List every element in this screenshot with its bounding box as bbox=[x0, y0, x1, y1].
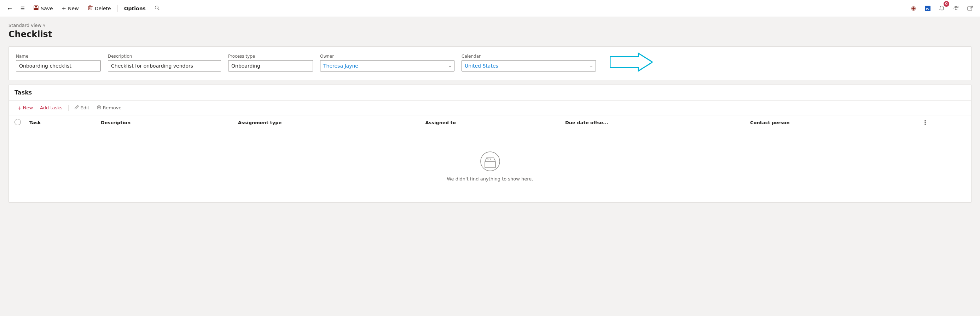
main-toolbar: ← ☰ Save + New Delete Options bbox=[0, 0, 980, 17]
empty-state-text: We didn't find anything to show here. bbox=[447, 176, 533, 182]
toolbar-divider bbox=[118, 5, 118, 12]
svg-rect-3 bbox=[88, 7, 92, 10]
back-button[interactable]: ← bbox=[4, 4, 16, 13]
main-content: Standard view ∨ Checklist Name Descripti… bbox=[0, 17, 980, 208]
owner-field-group: Owner Theresa Jayne ⌄ bbox=[320, 54, 455, 72]
description-field-group: Description bbox=[108, 54, 221, 72]
tasks-section: Tasks + New Add tasks Edit bbox=[8, 85, 972, 203]
description-input[interactable] bbox=[108, 60, 221, 72]
tasks-new-plus-icon: + bbox=[18, 105, 22, 111]
menu-button[interactable]: ☰ bbox=[17, 4, 29, 13]
calendar-field-group: Calendar United States ⌄ bbox=[461, 54, 596, 72]
name-field-group: Name bbox=[16, 54, 101, 72]
owner-label: Owner bbox=[320, 54, 455, 59]
options-button[interactable]: Options bbox=[121, 4, 149, 13]
toolbar-right: W 0 bbox=[908, 3, 976, 14]
svg-marker-10 bbox=[610, 53, 652, 71]
svg-rect-13 bbox=[485, 161, 495, 168]
page-title: Checklist bbox=[8, 29, 972, 39]
description-column-header: Description bbox=[97, 115, 234, 130]
delete-button[interactable]: Delete bbox=[84, 3, 115, 13]
refresh-button[interactable] bbox=[950, 3, 962, 14]
word-icon-button[interactable]: W bbox=[922, 3, 933, 14]
menu-icon: ☰ bbox=[21, 6, 25, 11]
breadcrumb-chevron-icon: ∨ bbox=[43, 23, 45, 27]
process-type-field-group: Process type bbox=[228, 54, 313, 72]
assigned-to-column-header: Assigned to bbox=[421, 115, 561, 130]
owner-select[interactable]: Theresa Jayne bbox=[320, 60, 455, 72]
checkbox-header bbox=[9, 115, 25, 130]
calendar-select-wrapper: United States ⌄ bbox=[461, 60, 596, 72]
tasks-table-body: We didn't find anything to show here. bbox=[9, 130, 971, 203]
new-button[interactable]: + New bbox=[58, 3, 83, 13]
save-button[interactable]: Save bbox=[30, 3, 56, 13]
calendar-label: Calendar bbox=[461, 54, 596, 59]
process-type-label: Process type bbox=[228, 54, 313, 59]
empty-state: We didn't find anything to show here. bbox=[13, 134, 967, 198]
name-label: Name bbox=[16, 54, 101, 59]
tasks-toolbar-separator bbox=[68, 105, 68, 111]
search-button[interactable] bbox=[151, 3, 163, 13]
tasks-add-button[interactable]: Add tasks bbox=[37, 104, 65, 112]
empty-state-cell: We didn't find anything to show here. bbox=[9, 130, 971, 203]
save-icon bbox=[33, 5, 39, 12]
breadcrumb: Standard view ∨ bbox=[8, 22, 972, 28]
notification-count: 0 bbox=[943, 1, 949, 7]
diamond-icon-button[interactable] bbox=[908, 3, 919, 14]
due-date-column-header: Due date offse... bbox=[561, 115, 746, 130]
new-icon: + bbox=[62, 5, 66, 12]
svg-rect-11 bbox=[97, 106, 101, 109]
tasks-toolbar: + New Add tasks Edit bbox=[9, 101, 971, 115]
search-icon bbox=[154, 5, 160, 12]
process-type-input[interactable] bbox=[228, 60, 313, 72]
arrow-annotation bbox=[610, 52, 652, 74]
svg-text:W: W bbox=[926, 7, 929, 11]
tasks-table-header: Task Description Assignment type Assigne… bbox=[9, 115, 971, 130]
svg-rect-1 bbox=[35, 6, 37, 8]
tasks-edit-button[interactable]: Edit bbox=[72, 103, 92, 112]
task-column-header: Task bbox=[25, 115, 97, 130]
name-input[interactable] bbox=[16, 60, 101, 72]
description-label: Description bbox=[108, 54, 221, 59]
empty-state-icon bbox=[480, 151, 501, 172]
more-column-header: ⋮ bbox=[918, 115, 971, 130]
remove-trash-icon bbox=[97, 105, 102, 111]
more-options-icon[interactable]: ⋮ bbox=[922, 119, 928, 126]
form-card: Name Description Process type Owner Ther… bbox=[8, 46, 972, 80]
popout-button[interactable] bbox=[964, 3, 976, 14]
edit-pencil-icon bbox=[74, 105, 79, 111]
tasks-header: Tasks bbox=[9, 85, 971, 101]
tasks-new-button[interactable]: + New bbox=[14, 104, 36, 112]
select-all-checkbox[interactable] bbox=[14, 119, 21, 125]
tasks-remove-button[interactable]: Remove bbox=[94, 103, 124, 112]
breadcrumb-label[interactable]: Standard view bbox=[8, 22, 41, 28]
svg-marker-6 bbox=[912, 7, 915, 10]
back-icon: ← bbox=[8, 6, 12, 11]
delete-icon bbox=[88, 5, 93, 12]
svg-rect-2 bbox=[34, 8, 38, 10]
tasks-header-row: Task Description Assignment type Assigne… bbox=[9, 115, 971, 130]
assignment-type-column-header: Assignment type bbox=[234, 115, 421, 130]
empty-state-row: We didn't find anything to show here. bbox=[9, 130, 971, 203]
tasks-table: Task Description Assignment type Assigne… bbox=[9, 115, 971, 203]
form-row: Name Description Process type Owner Ther… bbox=[16, 54, 964, 72]
owner-select-wrapper: Theresa Jayne ⌄ bbox=[320, 60, 455, 72]
calendar-select[interactable]: United States bbox=[461, 60, 596, 72]
contact-person-column-header: Contact person bbox=[746, 115, 918, 130]
notification-badge: 0 bbox=[936, 3, 947, 14]
